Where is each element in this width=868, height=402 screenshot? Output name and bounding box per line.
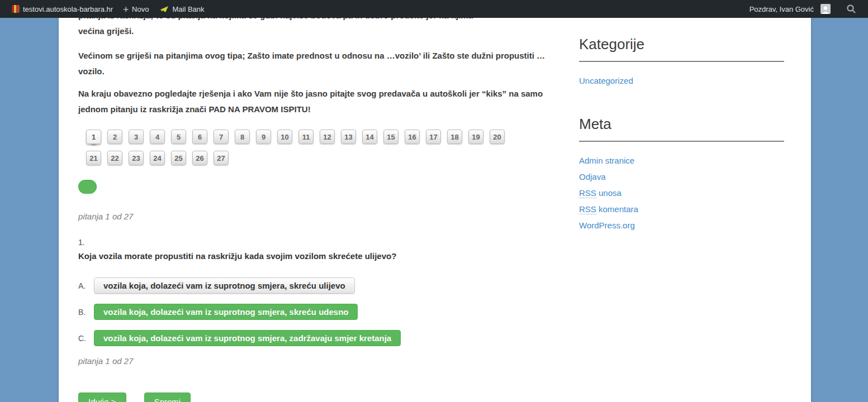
meta-link-admin-stranice[interactable]: Admin stranice — [579, 156, 634, 165]
list-item: WordPress.org — [579, 221, 784, 230]
site-favicon-icon — [12, 5, 20, 13]
abbr-rss: RSS — [579, 204, 596, 214]
wp-admin-bar: testovi.autoskola-barbara.hr + Novo Mail… — [0, 0, 868, 18]
meta-link-odjava[interactable]: Odjava — [579, 172, 606, 181]
admin-bar-site-menu[interactable]: testovi.autoskola-barbara.hr — [7, 0, 118, 18]
category-link-uncategorized[interactable]: Uncategorized — [579, 76, 633, 85]
progress-label-top: pitanja 1 od 27 — [78, 212, 547, 221]
admin-bar-my-account[interactable]: Pozdrav, Ivan Gović — [744, 0, 836, 18]
list-item: Odjava — [579, 173, 784, 181]
list-item: RSS komentara — [579, 205, 784, 214]
page-button-2[interactable]: 2 — [107, 130, 122, 144]
search-icon — [846, 4, 856, 14]
page-layout: pitanja iz raskrižja; to su pitanja na k… — [59, 0, 811, 402]
page-button-20[interactable]: 20 — [490, 130, 505, 144]
page-button-1[interactable]: 1 — [86, 130, 101, 144]
page-button-13[interactable]: 13 — [341, 130, 356, 144]
page-button-16[interactable]: 16 — [405, 130, 420, 144]
page-button-26[interactable]: 26 — [192, 151, 207, 165]
meta-link-rss-unosa[interactable]: RSS unosa — [579, 188, 622, 198]
admin-bar-new-menu[interactable]: + Novo — [118, 0, 154, 18]
answer-row-A: A.vozila koja, dolazeći vam iz suprotnog… — [78, 277, 547, 294]
next-question-button[interactable]: Iduće > — [78, 393, 126, 402]
answer-button-A[interactable]: vozila koja, dolazeći vam iz suprotnog s… — [94, 277, 355, 294]
admin-bar-search[interactable] — [836, 0, 861, 18]
abbr-rss: RSS — [579, 188, 596, 198]
meta-widget: Meta Admin straniceOdjavaRSS unosaRSS ko… — [579, 116, 784, 230]
answer-letter: C. — [78, 334, 94, 343]
page-button-25[interactable]: 25 — [171, 151, 186, 165]
page-button-17[interactable]: 17 — [426, 130, 441, 144]
meta-title: Meta — [579, 116, 784, 133]
meta-link-wordpress-org[interactable]: WordPress.org — [579, 221, 635, 230]
page-button-23[interactable]: 23 — [129, 151, 144, 165]
intro-paragraph-1-visible-line: većina griješi. — [78, 26, 134, 36]
page-button-22[interactable]: 22 — [107, 151, 122, 165]
page-button-15[interactable]: 15 — [383, 130, 399, 144]
admin-bar-greeting: Pozdrav, Ivan Gović — [750, 5, 814, 13]
answer-row-C: C.vozila koja, dolazeći vam iz suprotnog… — [78, 330, 547, 346]
page-button-5[interactable]: 5 — [171, 130, 186, 144]
page-button-4[interactable]: 4 — [150, 130, 165, 144]
page-button-9[interactable]: 9 — [256, 130, 271, 144]
categories-divider — [579, 61, 784, 62]
admin-bar-new-label: Novo — [132, 5, 149, 13]
answer-button-C[interactable]: vozila koja, dolazeći vam iz suprotnog s… — [94, 330, 401, 346]
page-button-7[interactable]: 7 — [214, 130, 229, 144]
save-button[interactable]: Spremi — [144, 393, 191, 402]
page-button-18[interactable]: 18 — [447, 130, 462, 144]
categories-title: Kategorije — [579, 36, 784, 53]
list-item: Admin stranice — [579, 156, 784, 165]
page-button-27[interactable]: 27 — [214, 151, 229, 165]
answer-letter: B. — [78, 308, 94, 317]
quiz-actions: Iduće > Spremi — [78, 393, 547, 402]
admin-bar-mail-bank[interactable]: Mail Bank — [154, 0, 209, 18]
page-button-21[interactable]: 21 — [86, 151, 101, 165]
meta-link-rss-komentara[interactable]: RSS komentara — [579, 204, 638, 214]
meta-list: Admin straniceOdjavaRSS unosaRSS komenta… — [579, 156, 784, 230]
answers-list: A.vozila koja, dolazeći vam iz suprotnog… — [78, 277, 547, 346]
intro-paragraph-3: Na kraju obavezno pogledajte rješenja i … — [78, 86, 547, 117]
page-button-10[interactable]: 10 — [277, 130, 292, 144]
progress-label-bottom: pitanja 1 od 27 — [78, 356, 547, 366]
intro-paragraph-2: Većinom se griješi na pitanjima ovog tip… — [78, 48, 547, 79]
page-button-3[interactable]: 3 — [129, 130, 144, 144]
page-button-19[interactable]: 19 — [468, 130, 483, 144]
meta-divider — [579, 141, 784, 142]
page-button-6[interactable]: 6 — [192, 130, 207, 144]
admin-bar-mail-bank-label: Mail Bank — [172, 5, 204, 13]
avatar — [820, 4, 831, 14]
categories-widget: Kategorije Uncategorized — [579, 36, 784, 85]
progress-pill — [78, 180, 97, 194]
page-button-24[interactable]: 24 — [150, 151, 165, 165]
plus-icon: + — [123, 4, 129, 14]
intro-text: pitanja iz raskrižja; to su pitanja na k… — [78, 8, 547, 117]
sidebar: Kategorije Uncategorized Meta Admin stra… — [579, 0, 784, 402]
answer-button-B[interactable]: vozila koja, dolazeći vam iz suprotnog s… — [94, 304, 358, 320]
page-container: pitanja iz raskrižja; to su pitanja na k… — [59, 0, 811, 402]
answer-row-B: B.vozila koja, dolazeći vam iz suprotnog… — [78, 304, 547, 320]
page-button-14[interactable]: 14 — [362, 130, 377, 144]
categories-list: Uncategorized — [579, 76, 784, 85]
question-number: 1. — [78, 238, 547, 247]
page-button-12[interactable]: 12 — [320, 130, 335, 144]
answer-letter: A. — [78, 281, 94, 290]
list-item: RSS unosa — [579, 189, 784, 198]
question-pagination: 1234567891011121314151617181920212223242… — [78, 130, 511, 172]
main-content: pitanja iz raskrižja; to su pitanja na k… — [78, 0, 547, 402]
list-item: Uncategorized — [579, 76, 784, 85]
admin-bar-site-name: testovi.autoskola-barbara.hr — [23, 5, 113, 13]
mail-bank-icon — [159, 6, 169, 13]
page-button-8[interactable]: 8 — [235, 130, 250, 144]
page-button-11[interactable]: 11 — [298, 130, 314, 144]
question-text: Koja vozila morate propustiti na raskriž… — [78, 251, 547, 261]
